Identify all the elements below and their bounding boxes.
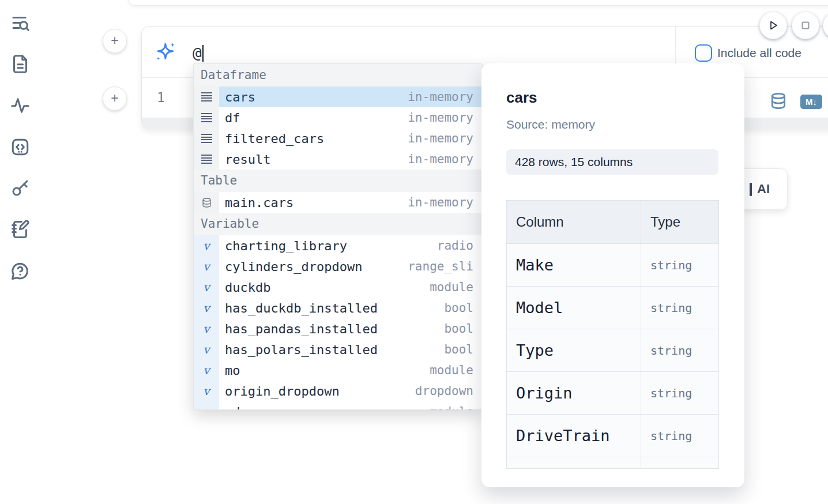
completion-item-meta: in-memory xyxy=(408,195,473,209)
variable-icon: v xyxy=(203,385,209,397)
completion-item-meta: bool xyxy=(444,322,473,336)
completion-item-name: mo xyxy=(225,363,430,378)
completion-item-meta: module xyxy=(430,363,473,377)
variable-icon: v xyxy=(203,302,209,314)
completion-item-origin_dropdown[interactable]: v origin_dropdown dropdown xyxy=(194,381,482,401)
completion-item-mo[interactable]: v mo module xyxy=(194,360,482,381)
run-cell-button[interactable] xyxy=(759,12,787,39)
section-label: Table xyxy=(201,174,237,187)
schema-column-name: Make xyxy=(507,244,641,287)
completion-item-name: has_polars_installed xyxy=(225,343,444,357)
completion-popup: Dataframe v cars in-memory xyxy=(193,63,483,410)
completion-item-meta: bool xyxy=(444,301,473,315)
sidebar-item-code-snippet[interactable] xyxy=(9,136,31,158)
sidebar-item-help-chat[interactable] xyxy=(9,260,31,282)
completion-item-gutter: v xyxy=(194,381,219,401)
completion-item-meta: module xyxy=(430,280,473,294)
schema-column-type: string xyxy=(641,372,719,415)
help-chat-icon xyxy=(10,261,31,281)
dataframe-icon xyxy=(201,92,212,101)
completion-item-duckdb[interactable]: v duckdb module xyxy=(194,277,482,298)
completion-item-name: filtered_cars xyxy=(225,131,408,146)
variable-icon: v xyxy=(203,406,209,410)
completion-item-name: df xyxy=(225,111,408,125)
completion-item-gutter: v xyxy=(194,360,219,381)
variable-icon: v xyxy=(203,344,209,355)
schema-column-name: DriveTrain xyxy=(507,415,641,457)
completion-item-main.cars[interactable]: v main.cars in-memory xyxy=(194,192,482,213)
sidebar-item-search-list[interactable] xyxy=(9,13,31,35)
section-label: Dataframe xyxy=(201,68,266,82)
datasource-icon[interactable] xyxy=(769,92,788,110)
variable-icon: v xyxy=(203,364,209,376)
previous-cell-edge xyxy=(128,0,828,6)
markdown-badge[interactable]: M↓ xyxy=(800,95,822,109)
schema-row: Origin string xyxy=(507,372,719,415)
include-all-code-checkbox[interactable] xyxy=(695,44,712,62)
column-header: Column xyxy=(507,201,641,244)
completion-item-name: main.cars xyxy=(225,195,408,210)
completion-item-filtered_cars[interactable]: v filtered_cars in-memory xyxy=(194,128,482,149)
variable-icon: v xyxy=(203,323,209,334)
completion-item-gutter: v xyxy=(194,318,219,339)
schema-row: Model string xyxy=(507,287,719,329)
activity-icon xyxy=(10,95,31,116)
play-icon xyxy=(766,18,780,32)
marimo-notebook: + + @ Include all code 1 xyxy=(0,0,828,504)
completion-item-name: pd xyxy=(225,405,430,411)
schema-row-clipped xyxy=(507,457,719,469)
section-label: Variable xyxy=(201,217,259,231)
search-list-icon xyxy=(10,13,31,34)
ai-sparkle-icon xyxy=(155,42,177,63)
schema-row: Type string xyxy=(507,329,719,372)
schema-row: DriveTrain string xyxy=(507,415,719,457)
completion-section-variable: Variable xyxy=(194,213,482,235)
variable-icon: v xyxy=(203,261,209,272)
sidebar-item-activity[interactable] xyxy=(9,95,31,116)
add-cell-button-bottom[interactable]: + xyxy=(103,86,127,111)
completion-item-charting_library[interactable]: v charting_library radio xyxy=(194,235,482,256)
completion-item-cars[interactable]: v cars in-memory xyxy=(194,86,482,107)
dataframe-icon xyxy=(201,155,212,164)
sidebar-item-document[interactable] xyxy=(9,53,31,75)
notebook-edit-icon xyxy=(10,219,31,240)
completion-item-has_pandas_installed[interactable]: v has_pandas_installed bool xyxy=(194,318,482,339)
stop-button[interactable] xyxy=(792,12,819,39)
completion-item-name: cylinders_dropdown xyxy=(225,259,408,274)
schema-column-type: string xyxy=(641,415,719,457)
completion-item-meta: module xyxy=(430,405,473,410)
sidebar-item-key[interactable] xyxy=(9,177,31,199)
ai-prompt-input[interactable]: @ xyxy=(193,44,204,62)
variable-icon: v xyxy=(203,240,209,251)
sidebar-item-notebook-edit[interactable] xyxy=(9,219,31,240)
completion-item-has_duckdb_installed[interactable]: v has_duckdb_installed bool xyxy=(194,298,482,318)
schema-row: Make string xyxy=(507,244,719,287)
completion-item-gutter: v xyxy=(194,149,219,170)
completion-section-table: Table xyxy=(194,170,482,192)
add-cell-button-top[interactable]: + xyxy=(103,29,127,53)
completion-item-gutter: v xyxy=(194,298,219,318)
completion-item-df[interactable]: v df in-memory xyxy=(194,107,482,128)
schema-column-name: Type xyxy=(507,329,641,372)
variable-icon: v xyxy=(203,281,209,293)
completion-item-meta: in-memory xyxy=(408,90,473,104)
stop-icon xyxy=(799,18,812,32)
completion-item-has_polars_installed[interactable]: v has_polars_installed bool xyxy=(194,339,482,360)
completion-item-pd[interactable]: v pd module xyxy=(194,401,482,410)
text-cursor xyxy=(202,45,204,62)
schema-column-name: Model xyxy=(507,287,641,329)
include-all-code-label: Include all code xyxy=(717,44,801,62)
completion-item-meta: dropdown xyxy=(415,384,473,398)
completion-item-meta: in-memory xyxy=(408,111,473,125)
completion-item-meta: in-memory xyxy=(408,131,473,145)
completion-item-gutter: v xyxy=(194,256,219,277)
completion-item-name: result xyxy=(225,152,408,167)
completion-item-name: has_duckdb_installed xyxy=(225,301,444,315)
completion-item-meta: radio xyxy=(437,239,473,253)
completion-item-name: has_pandas_installed xyxy=(225,322,444,336)
completion-item-result[interactable]: v result in-memory xyxy=(194,149,482,170)
completion-item-cylinders_dropdown[interactable]: v cylinders_dropdown range_sli xyxy=(194,256,482,277)
clipped-letter-fragment xyxy=(750,183,752,196)
code-snippet-icon xyxy=(10,137,31,157)
completion-item-meta: range_sli xyxy=(408,259,473,273)
